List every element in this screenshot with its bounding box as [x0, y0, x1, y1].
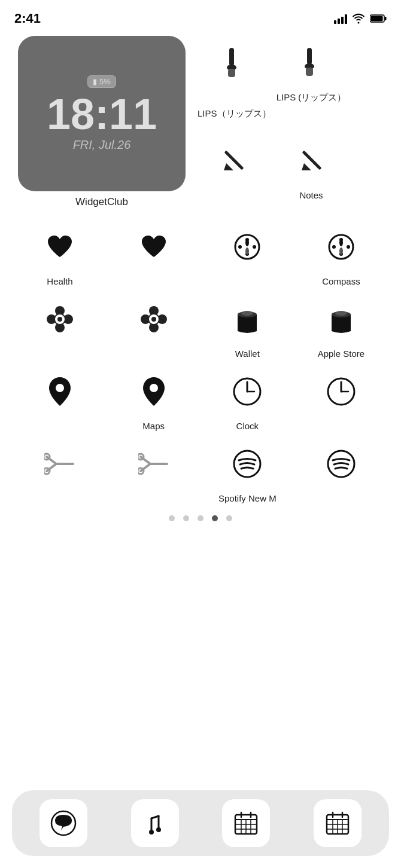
- svg-rect-2: [385, 17, 387, 20]
- svg-rect-5: [228, 69, 235, 77]
- right-icons-column: LIPS (リップス） LIPS（リップス）: [198, 36, 383, 200]
- maps-1-wrapper: [18, 365, 102, 418]
- lips-icon-2-wrapper: LIPS (リップス）: [275, 36, 347, 103]
- svg-point-18: [245, 239, 249, 246]
- row5: Spotify New M: [18, 437, 383, 503]
- wallet-icon[interactable]: [220, 292, 274, 346]
- svg-point-42: [335, 311, 347, 316]
- svg-point-23: [332, 245, 336, 249]
- notes-icon-2[interactable]: [284, 134, 338, 188]
- notes-icon-2-wrapper: Notes: [275, 134, 347, 200]
- widget-battery-text: 5%: [99, 77, 111, 86]
- svg-rect-1: [371, 16, 383, 22]
- capcut-1-wrapper: [18, 437, 102, 491]
- lips-label: LIPS (リップス）: [277, 92, 347, 103]
- health-1-wrapper: Health: [18, 220, 102, 286]
- svg-point-44: [150, 384, 158, 392]
- widget-time: 18:11: [47, 93, 157, 136]
- dot-2[interactable]: [183, 515, 189, 521]
- maps-icon-1[interactable]: [33, 365, 87, 418]
- dot-4-active[interactable]: [212, 515, 218, 521]
- battery-icon: [370, 14, 387, 23]
- svg-point-24: [347, 245, 350, 249]
- svg-rect-6: [307, 48, 312, 65]
- status-icons: [334, 13, 387, 24]
- row2: Health: [18, 220, 383, 286]
- row1: ▮ 5% 18:11 FRI, Jul.26 WidgetClub: [18, 36, 383, 208]
- compass-icon-1-wrapper: [205, 220, 289, 274]
- wallet-label: Wallet: [235, 349, 260, 359]
- lips-icon-1[interactable]: [206, 36, 260, 90]
- status-time: 2:41: [14, 11, 41, 26]
- maps-label: Maps: [142, 421, 165, 431]
- signal-icon: [334, 13, 347, 24]
- lips-icon-1-wrapper: [198, 36, 269, 103]
- clock-2-wrapper: [299, 365, 383, 418]
- spotify-icon-2[interactable]: [314, 437, 368, 491]
- spotify-icon-1[interactable]: [220, 437, 274, 491]
- lips-text-label: LIPS（リップス）: [198, 108, 383, 120]
- lips-icon-2[interactable]: [284, 36, 338, 90]
- svg-point-25: [339, 239, 343, 246]
- maps-2-wrapper: Maps: [112, 365, 196, 431]
- maps-icon-2[interactable]: [127, 365, 181, 418]
- dock-music-icon[interactable]: [131, 799, 179, 847]
- compass-icon-2-wrapper: Compass: [299, 220, 383, 286]
- svg-point-67: [149, 830, 154, 835]
- dot-5[interactable]: [226, 515, 232, 521]
- svg-rect-8: [306, 68, 313, 76]
- capcut-icon-1[interactable]: [33, 437, 87, 491]
- dock-calendar-1-icon[interactable]: [222, 799, 270, 847]
- svg-point-19: [245, 247, 249, 255]
- notes-icon-1-wrapper: [198, 134, 269, 200]
- spotify-1-wrapper: Spotify New M: [205, 437, 289, 503]
- widget-club-container: ▮ 5% 18:11 FRI, Jul.26 WidgetClub: [18, 36, 186, 208]
- svg-point-40: [241, 311, 253, 316]
- capcut-icon-2[interactable]: [127, 437, 181, 491]
- svg-marker-12: [302, 163, 311, 170]
- dot-1[interactable]: [169, 515, 175, 521]
- page-dots: [18, 515, 383, 521]
- dock-line-icon[interactable]: [40, 799, 87, 847]
- notes-row: Notes: [198, 134, 383, 200]
- svg-line-66: [151, 816, 159, 818]
- clock-label-1: Clock: [236, 421, 259, 431]
- spotify-label-1: Spotify New M: [218, 493, 277, 503]
- notes-icon-1[interactable]: [206, 134, 260, 188]
- health-label-1: Health: [47, 276, 72, 286]
- widget-club[interactable]: ▮ 5% 18:11 FRI, Jul.26: [18, 36, 186, 191]
- clock-icon-1[interactable]: [220, 365, 274, 418]
- row4: Maps Clock: [18, 365, 383, 431]
- compass-icon-1[interactable]: [220, 220, 274, 274]
- clock-icon-2[interactable]: [314, 365, 368, 418]
- applestore-icon[interactable]: [314, 292, 368, 346]
- health-icon-1[interactable]: [33, 220, 87, 274]
- compass-icon-2[interactable]: [314, 220, 368, 274]
- svg-point-26: [339, 247, 343, 255]
- home-screen: ▮ 5% 18:11 FRI, Jul.26 WidgetClub: [0, 30, 401, 521]
- dock-calendar-2-icon[interactable]: [314, 799, 361, 847]
- widget-date: FRI, Jul.26: [73, 138, 131, 152]
- dock: [12, 790, 389, 856]
- clock-1-wrapper: Clock: [205, 365, 289, 431]
- compass-label: Compass: [322, 276, 360, 286]
- svg-point-17: [253, 245, 256, 249]
- svg-point-16: [238, 245, 242, 249]
- svg-point-38: [151, 317, 156, 322]
- flower-icon-2[interactable]: [127, 292, 181, 346]
- svg-rect-3: [229, 48, 234, 66]
- status-bar: 2:41: [0, 0, 401, 30]
- flower-2-wrapper: [112, 292, 196, 346]
- notes-label: Notes: [299, 190, 323, 200]
- widget-label: WidgetClub: [18, 196, 186, 208]
- applestore-wrapper: Apple Store: [299, 292, 383, 359]
- flower-icon-1[interactable]: [33, 292, 87, 346]
- flower-1-wrapper: [18, 292, 102, 346]
- lips-row: LIPS (リップス）: [198, 36, 383, 103]
- applestore-label: Apple Store: [318, 349, 364, 359]
- capcut-2-wrapper: [112, 437, 196, 491]
- health-2-wrapper: [112, 220, 196, 274]
- svg-point-32: [57, 317, 62, 322]
- dot-3[interactable]: [198, 515, 203, 521]
- health-icon-2[interactable]: [127, 220, 181, 274]
